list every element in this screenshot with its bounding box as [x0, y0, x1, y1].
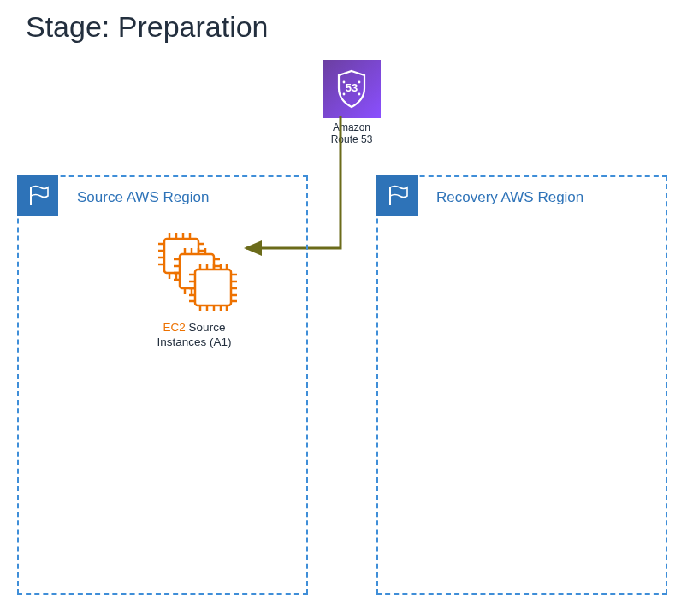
- svg-point-1: [358, 81, 361, 84]
- route53-label-l1: Amazon: [333, 121, 370, 133]
- svg-rect-39: [195, 270, 231, 305]
- route53-node: 53 Amazon Route 53: [313, 60, 390, 146]
- flag-icon: [376, 175, 418, 216]
- source-region-title: Source AWS Region: [77, 189, 209, 206]
- ec2-label-l2: Instances (A1): [157, 335, 231, 348]
- svg-point-3: [358, 93, 361, 96]
- flag-icon: [17, 175, 58, 216]
- route53-label-l2: Route 53: [331, 133, 373, 145]
- ec2-instances-icon: [147, 228, 241, 314]
- source-region-box: Source AWS Region: [17, 175, 308, 595]
- svg-point-2: [343, 93, 346, 96]
- ec2-label-l1: Source: [186, 321, 226, 334]
- page-title: Stage: Preparation: [26, 10, 269, 44]
- route53-icon: 53: [323, 60, 381, 118]
- ec2-node: EC2 Source Instances (A1): [139, 228, 250, 350]
- route53-badge-number: 53: [346, 81, 358, 94]
- ec2-label: EC2 Source Instances (A1): [139, 321, 250, 350]
- ec2-label-prefix: EC2: [163, 321, 186, 334]
- route53-label: Amazon Route 53: [313, 121, 390, 146]
- recovery-region-box: Recovery AWS Region: [376, 175, 667, 595]
- recovery-region-title: Recovery AWS Region: [436, 189, 583, 206]
- svg-point-0: [343, 81, 346, 84]
